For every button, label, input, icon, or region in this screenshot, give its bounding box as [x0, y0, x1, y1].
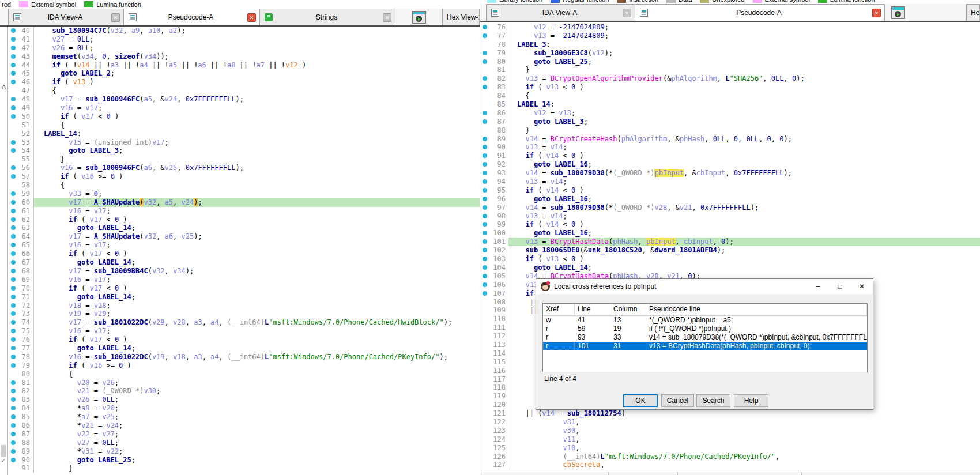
code-text[interactable]: if ( v16 >= 0 ) — [33, 361, 480, 370]
code-text[interactable]: { — [508, 92, 980, 100]
breakpoint-dot-icon[interactable] — [11, 355, 16, 359]
breakpoint-gutter[interactable] — [8, 216, 18, 224]
code-text[interactable]: if ( v14 < 0 ) — [508, 152, 980, 160]
breakpoint-dot-icon[interactable] — [483, 153, 487, 158]
code-line[interactable]: 100 goto LABEL_16; — [480, 229, 980, 238]
code-text[interactable]: v30, — [508, 427, 980, 435]
code-line[interactable]: 82 v13 = BCryptOpenAlgorithmProvider(&ph… — [480, 74, 980, 83]
code-line[interactable]: 75 v16 = v17; — [0, 327, 480, 335]
code-text[interactable]: v16 = v17; — [33, 241, 480, 250]
breakpoint-dot-icon[interactable] — [483, 291, 487, 296]
code-text[interactable]: v10, — [508, 444, 980, 453]
code-text[interactable]: *a8 = v20; — [33, 404, 480, 413]
code-text[interactable]: v16 = sub_1800946FC(a6, &v25, 0x7FFFFFFF… — [33, 164, 480, 172]
breakpoint-gutter[interactable] — [480, 255, 489, 263]
breakpoint-gutter[interactable] — [8, 353, 18, 361]
code-text[interactable]: v14 = BCryptCreateHash(phAlgorithm, &phH… — [508, 135, 980, 144]
breakpoint-dot-icon[interactable] — [11, 46, 16, 50]
breakpoint-dot-icon[interactable] — [483, 76, 487, 81]
code-line[interactable]: 79 sub_18006E3C8(v12); — [480, 49, 980, 58]
breakpoint-gutter[interactable] — [8, 335, 18, 344]
code-line[interactable]: 49 v16 = v17; — [0, 104, 480, 112]
xref-list[interactable]: XrefLineColumnPseudocode linew4113*(_QWO… — [542, 303, 868, 372]
graph-overview-icon[interactable] — [412, 11, 426, 24]
breakpoint-gutter[interactable] — [480, 427, 489, 435]
code-line[interactable]: 89 *v31 = v22; — [0, 447, 480, 456]
breakpoint-gutter[interactable] — [480, 289, 489, 298]
breakpoint-gutter[interactable] — [480, 272, 489, 281]
code-line[interactable]: 50 if ( v17 < 0 ) — [0, 112, 480, 121]
code-text[interactable]: goto LABEL_3; — [33, 146, 480, 155]
code-text[interactable]: if ( v17 < 0 ) — [33, 284, 480, 293]
breakpoint-gutter[interactable] — [8, 439, 18, 447]
breakpoint-gutter[interactable] — [480, 220, 489, 229]
code-text[interactable]: v31, — [508, 418, 980, 427]
code-text[interactable]: if ( !v14 || !a3 || !a4 || !a5 || !a6 ||… — [33, 61, 480, 70]
code-line[interactable]: 78 v16 = sub_1801022DC(v19, v18, a3, a4,… — [0, 353, 480, 361]
graph-overview-icon[interactable] — [891, 6, 905, 19]
code-text[interactable]: goto LABEL_14; — [33, 258, 480, 267]
code-text[interactable]: v13 = -2147024809; — [508, 32, 980, 40]
code-line[interactable]: 76 v12 = -2147024809; — [480, 23, 980, 32]
code-text[interactable]: { — [33, 370, 480, 379]
breakpoint-gutter[interactable] — [8, 232, 18, 241]
code-line[interactable]: 88 } — [480, 126, 980, 135]
dialog-title-bar[interactable]: Local cross references to pbInput – □ ✕ — [536, 279, 873, 294]
code-text[interactable]: goto LABEL_14; — [33, 224, 480, 232]
code-text[interactable]: if ( v17 < 0 ) — [33, 112, 480, 121]
code-text[interactable]: goto LABEL_14; — [508, 263, 980, 272]
code-line[interactable]: 70 if ( v17 < 0 ) — [0, 284, 480, 293]
code-line[interactable]: 78LABEL_3: — [480, 40, 980, 49]
code-line[interactable]: 73 v19 = v29; — [0, 310, 480, 318]
tab-ida-view-a[interactable]: IDA View-A✕ — [8, 9, 124, 25]
breakpoint-gutter[interactable] — [8, 258, 18, 267]
code-text[interactable]: goto LABEL_16; — [508, 160, 980, 169]
code-text[interactable]: v13 = v14; — [508, 212, 980, 221]
breakpoint-gutter[interactable] — [8, 44, 18, 52]
breakpoint-gutter[interactable] — [480, 349, 489, 358]
code-line[interactable]: 102 sub_180065DE0(&unk_18018C520, &dword… — [480, 246, 980, 255]
breakpoint-gutter[interactable] — [8, 27, 18, 35]
code-line[interactable]: 123 v30, — [480, 427, 980, 435]
code-line[interactable]: 77 v13 = -2147024809; — [480, 32, 980, 40]
code-line[interactable]: 85LABEL_14: — [480, 100, 980, 109]
code-line[interactable]: 97 v14 = sub_180079D38(*(_QWORD *)v28, &… — [480, 203, 980, 212]
code-line[interactable]: 61 v16 = v17; — [0, 207, 480, 216]
code-line[interactable]: 81 } — [480, 66, 980, 74]
breakpoint-dot-icon[interactable] — [11, 225, 16, 230]
code-line[interactable]: 47 { — [0, 86, 480, 95]
breakpoint-gutter[interactable] — [8, 310, 18, 318]
code-line[interactable]: 98 v13 = v14; — [480, 212, 980, 221]
breakpoint-dot-icon[interactable] — [11, 440, 16, 445]
breakpoint-gutter[interactable] — [480, 246, 489, 255]
code-line[interactable]: 42 v26 = 0LL; — [0, 44, 480, 52]
code-text[interactable]: if ( v13 < 0 ) — [508, 255, 980, 263]
tab-pseudocode-a[interactable]: Pseudocode-A✕ — [123, 9, 260, 25]
code-text[interactable]: v16 = sub_1801022DC(v19, v18, a3, a4, (_… — [33, 353, 480, 361]
code-line[interactable]: 93 v14 = sub_180079D38(*(_QWORD *)pbInpu… — [480, 169, 980, 178]
code-text[interactable]: } — [33, 464, 480, 473]
breakpoint-dot-icon[interactable] — [11, 458, 16, 462]
breakpoint-dot-icon[interactable] — [483, 248, 487, 252]
breakpoint-dot-icon[interactable] — [483, 119, 487, 124]
breakpoint-dot-icon[interactable] — [11, 320, 16, 325]
bottom-scroll-band[interactable] — [480, 472, 980, 475]
breakpoint-gutter[interactable] — [480, 392, 489, 401]
breakpoint-gutter[interactable] — [480, 461, 489, 469]
code-line[interactable]: 83 if ( v13 < 0 ) — [480, 83, 980, 92]
code-text[interactable]: v22 = v27; — [33, 430, 480, 439]
code-text[interactable]: LABEL_14: — [508, 100, 980, 109]
code-line[interactable]: 86 *v21 = v24; — [0, 421, 480, 430]
code-text[interactable]: v16 = v17; — [33, 104, 480, 112]
code-line[interactable]: 91 if ( v14 < 0 ) — [480, 152, 980, 160]
breakpoint-dot-icon[interactable] — [11, 174, 16, 179]
code-text[interactable]: goto LABEL_3; — [508, 118, 980, 126]
breakpoint-gutter[interactable] — [480, 401, 489, 409]
breakpoint-gutter[interactable] — [480, 212, 489, 221]
code-line[interactable]: 101 v13 = BCryptHashData(phHash, pbInput… — [480, 238, 980, 246]
code-line[interactable]: 95 if ( v14 < 0 ) — [480, 186, 980, 195]
breakpoint-gutter[interactable] — [480, 418, 489, 427]
breakpoint-gutter[interactable] — [480, 83, 489, 92]
code-line[interactable]: 67 goto LABEL_14; — [0, 258, 480, 267]
code-line[interactable]: 103 if ( v13 < 0 ) — [480, 255, 980, 263]
